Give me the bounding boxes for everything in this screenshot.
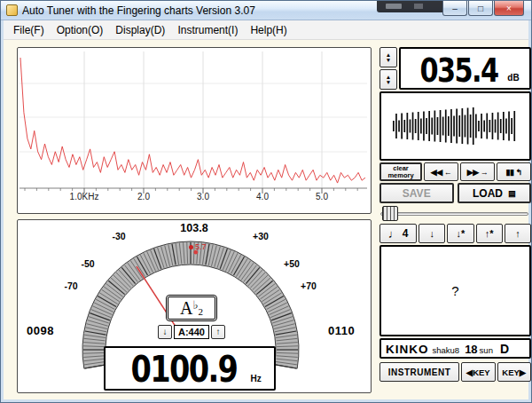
key-down-button[interactable]: ◀KEY	[461, 362, 496, 382]
note-step-row: ♩ 4 ↓ ↓* ↑* ↑	[379, 224, 531, 243]
reference-pitch-row: ↓ A:440 ↑	[147, 324, 236, 339]
scale-label-minus30: -30	[106, 231, 132, 241]
transport-row: clear memory ◀◀ ← ▶▶ → ▮▮ ↰	[379, 162, 531, 181]
step-up-button[interactable]: ↑	[505, 224, 531, 243]
reference-pitch-value: A:440	[174, 325, 209, 339]
instrument-length: 18	[465, 343, 477, 356]
close-button[interactable]: ×	[494, 1, 524, 16]
forward-button[interactable]: ▶▶ →	[460, 162, 495, 181]
level-range-upper-button[interactable]: ▲ ▼	[379, 47, 397, 67]
step-down-button[interactable]: ↓	[419, 224, 445, 243]
level-display: 035.4 dB	[399, 47, 531, 90]
app-window: Auto Tuner with the Fingering charts Ver…	[0, 0, 532, 403]
load-label: LOAD	[473, 187, 503, 200]
tuning-meter-panel: 103.8 5.7 -70 -50 -30 +30 +50 +70 0098 0…	[17, 219, 372, 393]
scale-label-minus70: -70	[58, 281, 84, 291]
instrument-key: D	[500, 342, 509, 356]
instrument-school: KINKO	[386, 343, 429, 356]
save-button[interactable]: SAVE	[379, 183, 454, 203]
level-spin-buttons: ▲ ▼ ▲ ▼	[379, 47, 397, 90]
menu-display[interactable]: Display(D)	[109, 21, 171, 39]
note-letter: A	[180, 298, 192, 319]
scale-label-plus30: +30	[247, 231, 274, 241]
instrument-type: shaku8	[433, 345, 460, 355]
reference-down-button[interactable]: ↓	[158, 325, 172, 339]
load-button[interactable]: LOAD ▤	[458, 183, 532, 203]
pause-button[interactable]: ▮▮ ↰	[497, 162, 531, 181]
slider-track[interactable]	[380, 212, 528, 216]
window-title: Auto Tuner with the Fingering charts Ver…	[22, 4, 255, 17]
cents-value: 5.7	[195, 242, 207, 251]
slider-thumb[interactable]	[382, 206, 398, 221]
cents-marker-icon	[189, 245, 193, 249]
level-value: 035.4	[420, 55, 498, 86]
clear-memory-button[interactable]: clear memory	[379, 162, 422, 181]
range-high-value: 0110	[328, 324, 355, 337]
frequency-value: 0100.9	[131, 352, 238, 387]
spectrum-plot	[18, 48, 371, 213]
note-number: 4	[403, 227, 409, 240]
x-axis-label: 5.0	[300, 192, 344, 202]
maximize-button[interactable]: □	[468, 1, 493, 16]
step-down-star-button[interactable]: ↓*	[447, 224, 473, 243]
reference-up-button[interactable]: ↑	[211, 325, 225, 339]
frequency-display: 0100.9 Hz	[104, 346, 276, 391]
menu-instrument[interactable]: Instrument(I)	[171, 21, 244, 39]
cents-readout: 5.7	[189, 242, 207, 251]
minimize-button[interactable]: –	[442, 1, 467, 16]
rewind-button[interactable]: ◀◀ ←	[424, 162, 458, 181]
waveform-bars	[382, 94, 528, 158]
fingering-placeholder: ?	[451, 283, 458, 298]
save-load-row: SAVE LOAD ▤	[379, 183, 531, 203]
level-range-lower-button[interactable]: ▲ ▼	[379, 69, 397, 90]
note-octave: 2	[199, 306, 204, 317]
step-up-star-button[interactable]: ↑*	[476, 224, 503, 243]
menu-option[interactable]: Option(O)	[51, 21, 110, 39]
arrow-down-icon: ▼	[386, 58, 391, 63]
key-up-button[interactable]: KEY▶	[497, 362, 532, 382]
app-icon	[6, 4, 18, 16]
instrument-info: KINKO shaku8 18 sun D	[379, 338, 531, 359]
arrow-down-icon: ▼	[386, 80, 391, 85]
fingering-chart-box: ?	[379, 245, 531, 336]
scale-label-minus50: -50	[74, 258, 101, 269]
window-controls: – □ ×	[442, 1, 524, 16]
x-axis-label: 4.0	[240, 192, 285, 202]
x-axis-label: 3.0	[181, 192, 225, 202]
menu-help[interactable]: Help(H)	[244, 21, 293, 39]
frequency-unit: Hz	[250, 374, 261, 383]
memory-waveform-box	[379, 91, 531, 161]
menu-bar: File(F) Option(O) Display(D) Instrument(…	[4, 20, 528, 40]
x-axis-label: 1.0KHz	[62, 192, 106, 202]
file-list-icon: ▤	[508, 189, 516, 198]
note-select-button[interactable]: ♩ 4	[379, 224, 417, 243]
volume-slider	[379, 205, 531, 222]
level-unit: dB	[507, 73, 519, 83]
bottom-button-row: INSTRUMENT ◀KEY KEY▶	[379, 362, 531, 382]
range-low-value: 0098	[27, 324, 54, 337]
scale-label-plus70: +70	[295, 281, 322, 291]
instrument-length-unit: sun	[480, 345, 493, 355]
gauge-top-value: 103.8	[168, 222, 221, 234]
scale-label-plus50: +50	[278, 258, 305, 269]
x-axis-label: 2.0	[121, 192, 166, 202]
instrument-button[interactable]: INSTRUMENT	[379, 362, 459, 382]
menu-file[interactable]: File(F)	[7, 21, 51, 39]
note-display: A ♭ 2	[166, 295, 217, 321]
note-icon: ♩	[388, 227, 400, 241]
client-area: 1.0KHz 2.0 3.0 4.0 5.0 103.8 5.7 -70 -50…	[4, 40, 528, 399]
note-display-inner: A ♭ 2	[168, 296, 215, 320]
spectrum-panel: 1.0KHz 2.0 3.0 4.0 5.0	[17, 47, 372, 214]
